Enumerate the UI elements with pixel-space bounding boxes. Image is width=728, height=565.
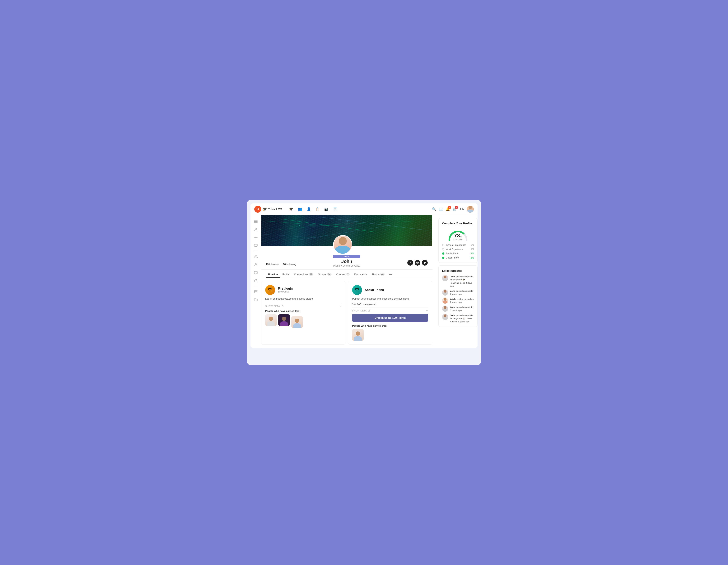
sidebar-item-groups[interactable] xyxy=(252,253,259,260)
badge-first-login: 🛡 First login 100 Points Log in on buddy… xyxy=(261,281,345,345)
svg-point-5 xyxy=(255,255,256,257)
cover-photo-label: Cover Photo xyxy=(446,256,459,259)
first-login-icon: 🛡 xyxy=(265,285,275,295)
pc-items: General Information 5/6 Work Experience … xyxy=(442,244,474,259)
messages-button[interactable]: ✉️ xyxy=(439,207,443,211)
content-area: 13 followers 16 following xyxy=(261,215,478,348)
tab-timeline[interactable]: Timeline xyxy=(266,271,280,278)
profile-name: John xyxy=(333,259,361,264)
nav-logo: bt 🎓 Tutor LMS xyxy=(254,206,282,213)
first-login-people xyxy=(265,315,341,328)
badge-first-login-header: 🛡 First login 100 Points xyxy=(265,285,341,295)
nav-gallery-icon[interactable]: 📷 xyxy=(324,207,329,211)
twitter-icon[interactable] xyxy=(422,260,428,265)
tab-documents[interactable]: Documents xyxy=(352,271,369,278)
nav-tasks-icon[interactable]: 📋 xyxy=(315,207,320,211)
sidebar-item-messages[interactable] xyxy=(252,269,259,276)
connections-count: 12 xyxy=(309,273,313,275)
groups-count: 14 xyxy=(327,273,332,275)
lu-text-4: John posted an update 3 years ago xyxy=(450,306,474,312)
sidebar-item-profile[interactable] xyxy=(252,226,259,233)
sidebar-item-activity[interactable] xyxy=(252,234,259,241)
svg-rect-0 xyxy=(254,220,258,220)
unlock-button[interactable]: Unlock using 100 Points xyxy=(352,314,428,322)
svg-line-12 xyxy=(271,222,357,230)
sidebar-item-archive[interactable] xyxy=(252,288,259,295)
badge-social-friend-header: 🛡 Social Friend xyxy=(352,285,428,295)
hat-icon: 🎓 xyxy=(263,207,267,211)
lu-text-5: John posted an update in the group ☕ Cof… xyxy=(450,314,474,323)
sidebar-item-folder[interactable] xyxy=(252,296,259,303)
youtube-icon[interactable] xyxy=(415,260,420,265)
top-nav: bt 🎓 Tutor LMS 🎓 👥 👤 📋 📷 📄 🔍 ✉️ xyxy=(250,203,478,215)
user-menu[interactable]: John xyxy=(460,206,474,213)
nav-courses-icon[interactable]: 🎓 xyxy=(289,207,293,211)
svg-rect-1 xyxy=(254,221,258,222)
photos-count: 44 xyxy=(380,273,385,275)
profile-main: 13 followers 16 following xyxy=(261,215,435,348)
person-avatar xyxy=(352,329,364,341)
tab-courses[interactable]: Courses 7 xyxy=(334,271,352,278)
first-login-title: First login xyxy=(278,287,293,291)
lu-item-3: Adele posted an update 2 years ago xyxy=(442,298,474,304)
outer-wrapper: bt 🎓 Tutor LMS 🎓 👥 👤 📋 📷 📄 🔍 ✉️ xyxy=(247,200,481,365)
nav-profile-icon[interactable]: 👤 xyxy=(307,207,311,211)
lu-avatar-5 xyxy=(442,314,448,320)
logo-icon: bt xyxy=(254,206,261,213)
lu-item-5: John posted an update in the group ☕ Cof… xyxy=(442,314,474,323)
search-icon[interactable]: 🔍 xyxy=(432,207,436,211)
work-exp-label: Work Experience xyxy=(446,248,463,250)
social-friend-progress: 3 of 100 times earned xyxy=(352,303,428,306)
sidebar-item-members[interactable] xyxy=(252,261,259,268)
cart-button[interactable]: 🛒 6 xyxy=(453,207,457,211)
tab-more[interactable]: ••• xyxy=(387,271,394,278)
social-friend-earned-label: People who have earned this: xyxy=(352,324,428,327)
following-stat: 16 following xyxy=(283,263,296,265)
admin-badge: Admin xyxy=(333,255,361,258)
user-avatar xyxy=(467,206,474,213)
profile-avatar-wrap: Admin John @john • Joined Dec 2023 xyxy=(333,235,361,267)
social-friend-show-details[interactable]: SHOW DETAILS ▼ xyxy=(352,307,428,314)
tab-groups[interactable]: Groups 14 xyxy=(316,271,334,278)
lu-item-1: John posted an update in the group 🎓 Tea… xyxy=(442,275,474,288)
svg-point-6 xyxy=(256,255,257,257)
sidebar-item-courses[interactable] xyxy=(252,277,259,284)
first-login-show-details[interactable]: SHOW DETAILS ▼ xyxy=(265,303,341,310)
cover-photo-score: 1/1 xyxy=(471,256,474,259)
profile-stats: 13 followers 16 following xyxy=(266,261,296,265)
lu-text-2: John posted an update 2 years ago xyxy=(450,290,474,296)
svg-line-18 xyxy=(290,221,426,226)
profile-photo-dot xyxy=(442,252,444,255)
pc-percent: 73% Complete xyxy=(453,232,462,241)
lu-item-2: John posted an update 2 years ago xyxy=(442,290,474,296)
badges-section: 🛡 First login 100 Points Log in on buddy… xyxy=(261,278,432,345)
nav-users-icon[interactable]: 👥 xyxy=(298,207,302,211)
profile-tabs: Timeline Profile Connections 12 Groups 1… xyxy=(261,269,432,278)
first-login-points: 100 Points xyxy=(278,291,293,293)
notifications-button[interactable]: 🔔 1 xyxy=(446,207,450,211)
svg-rect-4 xyxy=(254,244,257,246)
profile-photo-score: 1/1 xyxy=(471,252,474,255)
followers-stat: 13 followers xyxy=(266,263,279,265)
sidebar-item-toggle[interactable] xyxy=(252,218,259,225)
tab-photos[interactable]: Photos 44 xyxy=(370,271,387,278)
nav-docs-icon[interactable]: 📄 xyxy=(333,207,337,211)
tab-connections[interactable]: Connections 12 xyxy=(292,271,315,278)
courses-count: 7 xyxy=(346,273,350,275)
lu-items: John posted an update in the group 🎓 Tea… xyxy=(442,275,474,323)
lu-text-3: Adele posted an update 2 years ago xyxy=(450,298,474,304)
messages-icon: ✉️ xyxy=(439,207,443,211)
social-friend-icon: 🛡 xyxy=(352,285,362,295)
cover-photo-dot xyxy=(442,256,444,259)
lu-item-4: John posted an update 3 years ago xyxy=(442,306,474,312)
pc-item-general: General Information 5/6 xyxy=(442,244,474,246)
svg-point-7 xyxy=(255,263,256,265)
profile-meta: @john • Joined Dec 2023 xyxy=(333,264,361,267)
facebook-icon[interactable] xyxy=(407,260,413,265)
lu-avatar-4 xyxy=(442,306,448,312)
cart-badge: 6 xyxy=(455,206,458,209)
svg-rect-2 xyxy=(254,222,258,223)
tab-profile[interactable]: Profile xyxy=(281,271,292,278)
pc-item-work: Work Experience 1/3 xyxy=(442,248,474,250)
sidebar-item-chat[interactable] xyxy=(252,242,259,249)
